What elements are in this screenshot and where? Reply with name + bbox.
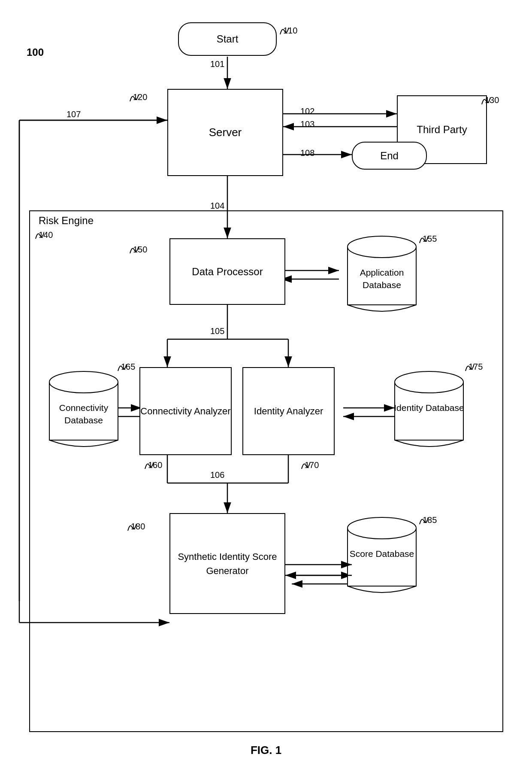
svg-point-30 [395,371,463,393]
ref-101: 101 [210,59,224,69]
identity-analyzer-box: Identity Analyzer [242,367,335,455]
ref-107: 107 [66,109,81,119]
score-database-label: Score Database [343,547,420,560]
data-processor-box: Data Processor [169,238,285,305]
ref-103: 103 [300,119,314,129]
diagram-number: 100 [27,46,44,58]
end-node: End [352,142,427,170]
diagram: 100 Start 110 101 Server 120 102 103 Thi… [0,0,532,775]
ref-102: 102 [300,106,314,116]
connectivity-analyzer-box: Connectivity Analyzer [139,367,232,455]
ref-108: 108 [300,148,314,158]
svg-point-32 [348,517,416,539]
synthetic-generator-box: Synthetic Identity Score Generator [169,513,285,614]
identity-database-label: Identity Database [390,401,468,414]
ref-105: 105 [210,326,224,336]
ref-104: 104 [210,201,224,211]
risk-engine-label: Risk Engine [39,215,94,227]
app-database-label: Application Database [343,266,420,292]
start-node: Start [178,22,277,56]
server-box: Server [167,89,283,176]
connectivity-database-label: Connectivity Database [45,401,122,427]
svg-point-28 [49,371,118,393]
fig-label: FIG. 1 [0,744,532,757]
svg-point-26 [348,236,416,258]
ref-106: 106 [210,470,224,480]
